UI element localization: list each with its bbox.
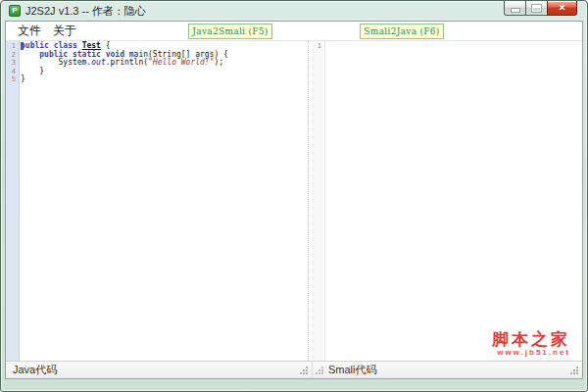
smali-statusbar: Smali代码	[313, 361, 582, 378]
statusbars: Java代码 Smali代码	[6, 361, 582, 378]
maximize-icon	[532, 5, 541, 12]
java-line-number-gutter: 12345	[6, 41, 20, 361]
minimize-button[interactable]	[504, 1, 526, 16]
app-window: P J2S2J v1.3 -- 作者：隐心 ✕ 文件 关于 Java2Smali…	[0, 0, 588, 392]
java-status-label: Java代码	[13, 363, 57, 377]
window-title: J2S2J v1.3 -- 作者：隐心	[25, 4, 146, 19]
smali-line-number-gutter: 1	[313, 41, 325, 361]
text-caret	[21, 42, 24, 50]
maximize-button[interactable]	[525, 1, 548, 16]
smali-editor-panel[interactable]: 1 脚本之家 www.jb51.net	[313, 41, 582, 361]
close-icon: ✕	[559, 4, 566, 13]
menu-file[interactable]: 文件	[18, 22, 41, 40]
watermark-url: www.jb51.net	[492, 348, 570, 357]
app-icon[interactable]: P	[9, 5, 21, 17]
minimize-icon	[512, 9, 519, 12]
resize-grip[interactable]	[300, 367, 309, 375]
client-area: 文件 关于 Java2Smali (F5) Smali2Java (F6) 12…	[5, 21, 583, 379]
java-editor-panel[interactable]: 12345 public class Test { public static …	[6, 41, 308, 361]
java-statusbar: Java代码	[6, 361, 313, 378]
smali2java-button[interactable]: Smali2Java (F6)	[360, 24, 444, 39]
titlebar[interactable]: P J2S2J v1.3 -- 作者：隐心	[1, 1, 587, 21]
close-button[interactable]: ✕	[547, 1, 577, 16]
resize-grip[interactable]	[316, 367, 324, 375]
watermark-brand: 脚本之家	[492, 330, 570, 348]
watermark: 脚本之家 www.jb51.net	[492, 330, 570, 357]
resize-grip[interactable]	[570, 367, 579, 375]
smali-status-label: Smali代码	[328, 363, 377, 377]
java-code-area[interactable]: public class Test { public static void m…	[21, 42, 308, 361]
editor-split: 12345 public class Test { public static …	[6, 40, 582, 361]
java2smali-button[interactable]: Java2Smali (F5)	[188, 24, 272, 39]
menu-about[interactable]: 关于	[53, 22, 76, 40]
menubar: 文件 关于 Java2Smali (F5) Smali2Java (F6)	[6, 22, 582, 40]
app-icon-letter: P	[12, 7, 17, 15]
caption-buttons: ✕	[505, 1, 577, 16]
